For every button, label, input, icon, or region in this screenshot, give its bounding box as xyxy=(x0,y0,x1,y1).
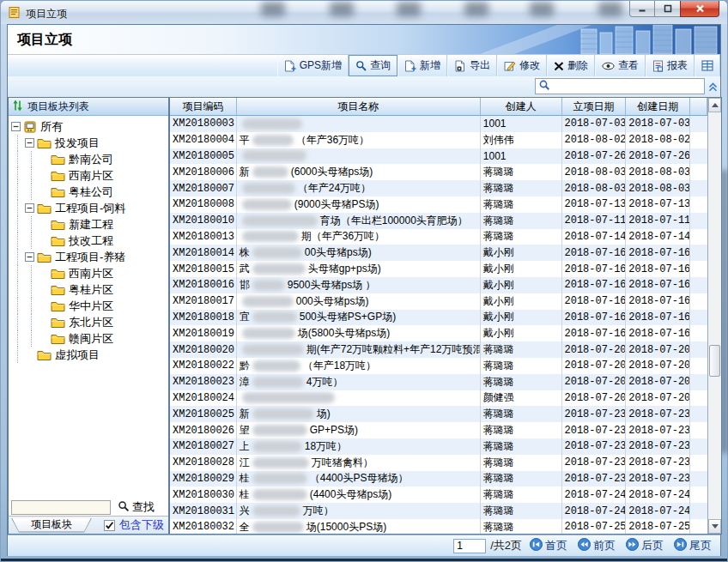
tree-item-新建工程[interactable]: 新建工程 xyxy=(9,216,168,233)
project-name-text: 头母猪gp+ps场) xyxy=(308,262,381,276)
table-row[interactable]: XM20180022黔（年产18万吨）蒋璐璐2018-07-202018-07-… xyxy=(170,358,707,374)
toolbar-button-export[interactable]: 导出 xyxy=(447,55,497,76)
tree-item-技改工程[interactable]: 技改工程 xyxy=(9,233,168,249)
table-row[interactable]: XM20180032全场(15000头PS场)蒋璐璐2018-07-252018… xyxy=(170,519,707,534)
toolbar-button-edit[interactable]: 修改 xyxy=(497,55,547,76)
table-row[interactable]: XM20180013期（年产36万吨）蒋璐璐2018-07-142018-07-… xyxy=(170,229,707,245)
tree-guide-line xyxy=(25,281,39,298)
find-button[interactable]: 查找 xyxy=(118,499,155,515)
project-name-text: 黔 xyxy=(240,359,250,373)
toolbar-button-grid-view[interactable] xyxy=(695,55,720,76)
cell-project-code: XM20180024 xyxy=(170,390,237,407)
column-header-项目编码[interactable]: 项目编码 xyxy=(170,98,237,116)
pagination-prev-button[interactable]: 前页 xyxy=(578,538,616,553)
cell-project-date: 2018-07-23 xyxy=(562,455,627,471)
scroll-up-button[interactable] xyxy=(708,98,721,112)
table-row[interactable]: XM20180010育场（年出栏100000头育肥场）蒋璐璐2018-07-11… xyxy=(170,213,707,229)
report-icon xyxy=(652,60,664,72)
tree-expander-minus-icon[interactable] xyxy=(11,122,21,131)
tree-item-西南片区[interactable]: 西南片区 xyxy=(9,265,168,281)
table-row[interactable]: XM20180030桂(4400头母猪ps场)蒋璐璐2018-07-242018… xyxy=(170,486,707,503)
tree-item-label: 粤桂片区 xyxy=(69,282,113,298)
redacted-blur-blob xyxy=(252,263,306,275)
tree-item-工程项目-饲料[interactable]: 工程项目-饲料 xyxy=(9,200,168,216)
toolbar-button-report[interactable]: 报表 xyxy=(646,55,695,76)
quick-search-input[interactable] xyxy=(550,79,704,94)
include-children-checkbox[interactable]: 包含下级 xyxy=(104,517,164,533)
vertical-scrollbar[interactable] xyxy=(707,98,721,534)
pagination-first-button[interactable]: 首页 xyxy=(530,538,567,553)
pagination-last-button[interactable]: 尾页 xyxy=(674,538,712,553)
tab-project-board[interactable]: 项目板块 xyxy=(11,518,92,533)
table-row[interactable]: XM20180024颜健强2018-07-202018-07-20 xyxy=(170,390,707,407)
tree-item-西南片区[interactable]: 西南片区 xyxy=(9,167,168,184)
maximize-button[interactable] xyxy=(655,1,680,17)
cell-project-code: XM20180032 xyxy=(170,519,237,534)
toolbar-button-query[interactable]: 查询 xyxy=(349,55,397,76)
toolbar-button-view[interactable]: 查看 xyxy=(595,55,646,76)
table-row[interactable]: XM20180023漳4万吨）蒋璐璐2018-07-202018-07-20 xyxy=(170,374,707,390)
table-row[interactable]: XM20180016邯9500头母猪ps场 ）戴小刚2018-07-162018… xyxy=(170,277,707,293)
column-header-创建日期[interactable]: 创建日期 xyxy=(626,98,690,116)
table-row[interactable]: XM20180008(9000头母猪PS场)蒋璐璐2018-07-132018-… xyxy=(170,196,707,213)
cell-project-code: XM20180003 xyxy=(170,116,237,132)
redacted-blur-blob xyxy=(242,215,318,227)
tree-item-虚拟项目[interactable]: 虚拟项目 xyxy=(9,347,168,363)
table-row[interactable]: XM20180029桂（4400头PS母猪场）蒋璐璐2018-07-232018… xyxy=(170,471,707,487)
tree-expander-minus-icon[interactable] xyxy=(25,138,34,148)
toolbar-button-add[interactable]: 新增 xyxy=(397,55,447,76)
scrollbar-thumb[interactable] xyxy=(709,345,720,377)
table-row[interactable]: XM2018000510012018-07-262018-07-26 xyxy=(170,148,707,165)
minimize-button[interactable] xyxy=(629,1,655,17)
table-row[interactable]: XM20180004平（年产36万吨）刘伟伟2018-08-022018-08-… xyxy=(170,132,707,148)
cell-create-date: 2018-07-16 xyxy=(626,310,690,326)
table-row[interactable]: XM20180031兴万吨）蒋璐璐2018-07-242018-07-24 xyxy=(170,503,707,519)
table-row[interactable]: XM20180027上18万吨）蒋璐璐2018-07-232018-07-23 xyxy=(170,438,707,455)
table-row[interactable]: XM20180017000头母猪ps场)戴小刚2018-07-162018-07… xyxy=(170,293,707,310)
tree-search-input[interactable] xyxy=(11,500,111,515)
table-row[interactable]: XM20180015武头母猪gp+ps场)戴小刚2018-07-162018-0… xyxy=(170,261,707,277)
cell-project-date: 2018-07-20 xyxy=(562,358,627,374)
page-number-input[interactable] xyxy=(453,539,486,553)
table-row[interactable]: XM2018000310012018-07-032018-07-03 xyxy=(170,116,707,132)
cell-project-code: XM20180014 xyxy=(170,245,237,261)
toolbar-button-label: 新增 xyxy=(420,58,440,73)
toolbar-button-gps-add[interactable]: GPS新增 xyxy=(277,55,349,76)
tree-item-粤桂公司[interactable]: 粤桂公司 xyxy=(9,184,168,200)
table-row[interactable]: XM20180025新场)蒋璐璐2018-07-232018-07-23 xyxy=(170,406,707,422)
tree-item-工程项目-养猪[interactable]: 工程项目-养猪 xyxy=(9,249,168,265)
column-header-立项日期[interactable]: 立项日期 xyxy=(562,98,627,116)
table-row[interactable]: XM20180007（年产24万吨）蒋璐璐2018-08-032018-08-0… xyxy=(170,180,707,196)
pg-next-icon xyxy=(626,538,639,553)
tree-expander-minus-icon[interactable] xyxy=(25,203,34,213)
cell-project-date: 2018-07-25 xyxy=(562,519,627,534)
table-row[interactable]: XM20180019场(5800头母猪ps场)戴小刚2018-07-162018… xyxy=(170,325,707,341)
scroll-down-button[interactable] xyxy=(708,519,721,534)
tree-item-赣闽片区[interactable]: 赣闽片区 xyxy=(9,330,168,347)
cell-project-code: XM20180006 xyxy=(170,164,237,180)
tree-item-东北片区[interactable]: 东北片区 xyxy=(9,314,168,330)
tree-item-投发项目[interactable]: 投发项目 xyxy=(9,135,168,151)
close-button[interactable] xyxy=(680,1,719,17)
arrow-down-icon xyxy=(712,524,719,529)
tree-item-所有[interactable]: 所有 xyxy=(9,118,168,135)
tree-item-黔南公司[interactable]: 黔南公司 xyxy=(9,151,168,167)
table-row[interactable]: XM20180028江万吨猪禽料）蒋璐璐2018-07-232018-07-23 xyxy=(170,455,707,471)
tree-expander-minus-icon[interactable] xyxy=(25,252,34,262)
cell-project-date: 2018-07-20 xyxy=(562,374,627,390)
column-header-创建人[interactable]: 创建人 xyxy=(481,98,562,116)
pagination-next-button[interactable]: 后页 xyxy=(626,538,664,553)
column-header-项目名称[interactable]: 项目名称 xyxy=(237,98,481,116)
table-row[interactable]: XM20180006新(6000头母猪ps场)蒋璐璐2018-08-032018… xyxy=(170,164,707,180)
collapse-chevron-icon[interactable] xyxy=(707,81,719,96)
refresh-icon[interactable] xyxy=(13,100,22,114)
table-row[interactable]: XM20180014株00头母猪ps场)戴小刚2018-07-162018-07… xyxy=(170,245,707,261)
table-row[interactable]: XM20180026望GP+PS场)蒋璐璐2018-07-232018-07-2… xyxy=(170,422,707,438)
tree-item-华中片区[interactable]: 华中片区 xyxy=(9,298,168,314)
cell-creator: 蒋璐璐 xyxy=(481,455,562,471)
tree-item-粤桂片区[interactable]: 粤桂片区 xyxy=(9,281,168,298)
table-row[interactable]: XM20180020期(年产72万吨颗粒料+年产12万吨预混料)蒋璐璐2018-… xyxy=(170,341,707,358)
app-window: 项目立项 项目立项 xyxy=(0,0,728,562)
toolbar-button-delete[interactable]: 删除 xyxy=(547,55,595,76)
table-row[interactable]: XM20180018宜500头母猪PS+GP场)戴小刚2018-07-16201… xyxy=(170,310,707,326)
